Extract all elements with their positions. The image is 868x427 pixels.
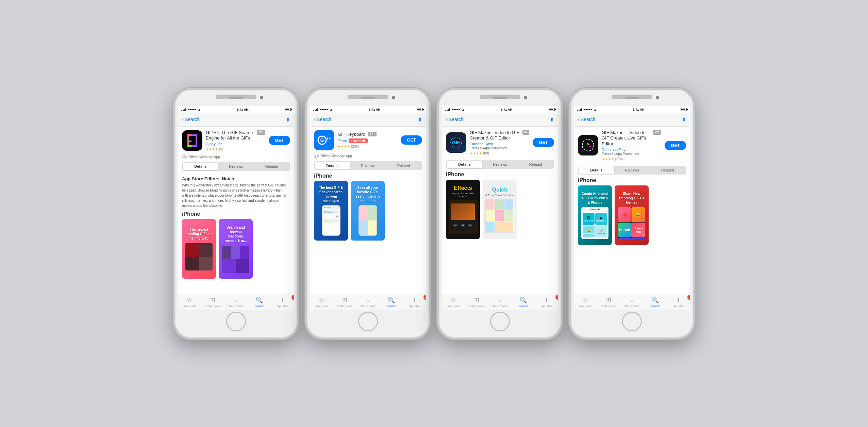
tab-featured[interactable]: ☆ Featured xyxy=(310,296,333,308)
tab-bar: ☆ Featured ⊞ Categories ≡ Top Charts 🔍 S… xyxy=(442,294,558,310)
camera xyxy=(656,96,659,99)
app-rating: ★★★★ (274) xyxy=(602,157,661,161)
wifi: ▲ xyxy=(462,108,465,111)
tab-details[interactable]: Details xyxy=(315,162,350,169)
phone-3-screen: ●●●●● ▲ 9:41 AM ‹ Search ⬆ xyxy=(442,106,558,310)
get-button[interactable]: GET xyxy=(533,138,554,147)
categories-icon: ⊞ xyxy=(210,296,215,304)
top-charts-label: Top Charts xyxy=(493,305,507,308)
speaker xyxy=(229,97,243,99)
tab-bar: ☆ Featured ⊞ Categories ≡ Top Charts 🔍 S… xyxy=(310,294,426,310)
top-charts-icon: ≡ xyxy=(366,297,370,304)
tab-search[interactable]: 🔍 Search xyxy=(380,296,403,308)
status-right xyxy=(549,108,555,111)
screenshot-1: The newest trending GIFs on the interweb… xyxy=(182,219,216,279)
status-left: ●●●●● ▲ xyxy=(181,108,201,111)
screenshot-2-text: Save all your favorite GIFs, search them… xyxy=(353,185,382,203)
content-area: iPhone Create Animated GIFs With Video &… xyxy=(574,177,690,294)
phone-4-screen: ●●●●● ▲ 9:41 AM ‹ Search ⬆ xyxy=(574,106,690,310)
categories-label: Categories xyxy=(337,305,352,308)
top-charts-label: Top Charts xyxy=(229,305,244,308)
segment-control: Details Reviews Related xyxy=(578,166,686,175)
app-icon xyxy=(182,130,202,151)
tab-related[interactable]: Related xyxy=(254,163,289,170)
back-button[interactable]: ‹ Search xyxy=(578,116,596,122)
tab-featured[interactable]: ☆ Featured xyxy=(442,296,465,308)
tab-featured[interactable]: ☆ Featured xyxy=(574,296,597,308)
search-label: Search xyxy=(518,305,528,308)
updates-label: Updates xyxy=(409,305,420,308)
tab-related[interactable]: Related xyxy=(386,162,421,169)
tab-details[interactable]: Details xyxy=(579,166,614,174)
tab-updates[interactable]: ⬇ 5 Updates xyxy=(271,296,294,308)
app-developer[interactable]: Giphy, Inc. xyxy=(206,142,265,146)
nav-bar: ‹ Search ⬆ xyxy=(178,113,294,127)
updates-badge: 5 xyxy=(291,295,294,300)
categories-icon: ⊞ xyxy=(342,296,347,304)
tab-search[interactable]: 🔍 Search xyxy=(644,296,667,308)
app-header: GIPHY. The GIF Search Engine for All the… xyxy=(178,127,294,155)
tab-reviews[interactable]: Reviews xyxy=(350,162,386,169)
featured-icon: ☆ xyxy=(451,296,456,304)
imessage-line: 💬 Offers iMessage App xyxy=(310,154,426,161)
get-button[interactable]: GET xyxy=(665,141,686,150)
tab-related[interactable]: Related xyxy=(650,166,685,174)
get-button[interactable]: GET xyxy=(401,135,422,145)
phones-container: ●●●●● ▲ 9:41 AM ‹ Search ⬆ xyxy=(173,88,695,340)
svg-text:G: G xyxy=(587,142,589,145)
wifi: ▲ xyxy=(198,108,201,111)
share-button[interactable]: ⬆ xyxy=(550,116,554,123)
tab-reviews[interactable]: Reviews xyxy=(614,166,650,174)
tab-related[interactable]: Related xyxy=(518,161,553,168)
status-bar: ●●●●● ▲ 9:41 AM xyxy=(178,106,294,113)
tab-top-charts[interactable]: ≡ Top Charts xyxy=(224,297,248,308)
time: 9:41 AM xyxy=(237,108,248,111)
status-bar: ●●●●● ▲ 9:41 AM xyxy=(574,106,690,113)
tab-updates[interactable]: ⬇ 5 Updates xyxy=(667,296,690,308)
back-button[interactable]: ‹ Search xyxy=(182,116,200,122)
back-button[interactable]: ‹ Search xyxy=(446,116,464,122)
app-developer[interactable]: Tenor xyxy=(338,139,347,143)
carrier: ●●●●● xyxy=(319,108,329,111)
wifi: ▲ xyxy=(330,108,333,111)
app-icon: GIF xyxy=(446,132,466,153)
tab-updates[interactable]: ⬇ 5 Updates xyxy=(535,296,558,308)
segment-control: Details Reviews Related xyxy=(446,160,554,169)
tab-categories[interactable]: ⊞ Categories xyxy=(333,296,356,308)
app-developer[interactable]: Farhana Kabir xyxy=(470,142,529,146)
share-button[interactable]: ⬆ xyxy=(286,116,290,123)
time: 9:41 AM xyxy=(501,108,512,111)
svg-point-13 xyxy=(582,139,594,151)
tab-top-charts[interactable]: ≡ Top Charts xyxy=(488,297,512,308)
tab-details[interactable]: Details xyxy=(447,161,482,168)
tab-search[interactable]: 🔍 Search xyxy=(248,296,271,308)
tab-categories[interactable]: ⊞ Categories xyxy=(465,296,488,308)
screenshots: Effects Apply Unique GIF Effects A1 xyxy=(446,180,554,239)
age-badge: 17+ xyxy=(653,130,661,135)
tab-updates[interactable]: ⬇ 6 Updates xyxy=(403,296,426,308)
tab-search[interactable]: 🔍 Search xyxy=(512,296,535,308)
speaker xyxy=(361,97,375,99)
tab-top-charts[interactable]: ≡ Top Charts xyxy=(620,297,644,308)
back-arrow-icon: ‹ xyxy=(578,116,580,122)
tab-categories[interactable]: ⊞ Categories xyxy=(597,296,620,308)
screenshots: The newest trending GIFs on the interweb… xyxy=(182,219,290,279)
app-developer[interactable]: Debotosh Dey xyxy=(602,148,661,152)
svg-text:I: I xyxy=(586,145,586,148)
get-button[interactable]: GET xyxy=(269,136,290,145)
quick-title: Quick xyxy=(492,186,507,193)
phone-1: ●●●●● ▲ 9:41 AM ‹ Search ⬆ xyxy=(173,88,299,340)
share-button[interactable]: ⬆ xyxy=(682,116,686,123)
top-charts-icon: ≡ xyxy=(498,297,502,304)
tab-details[interactable]: Details xyxy=(183,163,218,170)
tab-top-charts[interactable]: ≡ Top Charts xyxy=(356,297,380,308)
tab-reviews[interactable]: Reviews xyxy=(482,161,518,168)
back-button[interactable]: ‹ Search xyxy=(314,116,332,122)
tab-reviews[interactable]: Reviews xyxy=(218,163,254,170)
updates-icon: ⬇ xyxy=(544,296,549,304)
tab-categories[interactable]: ⊞ Categories xyxy=(201,296,224,308)
rating-count: (9) xyxy=(219,147,223,151)
tab-featured[interactable]: ☆ Featured xyxy=(178,296,201,308)
share-button[interactable]: ⬆ xyxy=(418,116,422,123)
status-bar: ●●●●● ▲ 9:41 AM xyxy=(442,106,558,113)
